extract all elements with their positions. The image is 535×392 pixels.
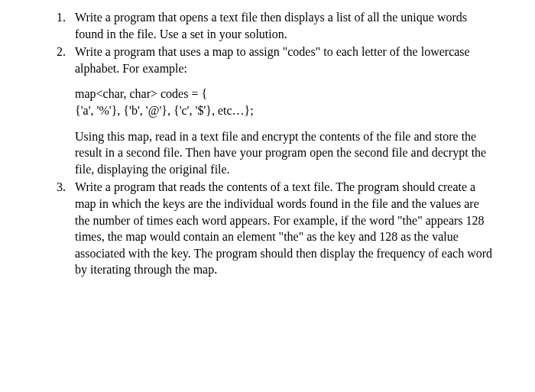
numbered-list: Write a program that opens a text file t… bbox=[69, 9, 497, 278]
list-item-2: Write a program that uses a map to assig… bbox=[69, 44, 497, 177]
list-item-1: Write a program that opens a text file t… bbox=[69, 9, 497, 42]
code-line-2: {'a', '%'}, {'b', '@'}, {'c', '$'}, etc…… bbox=[75, 102, 497, 119]
item-2-intro: Write a program that uses a map to assig… bbox=[75, 45, 470, 75]
item-3-text: Write a program that reads the contents … bbox=[75, 180, 492, 276]
item-1-text: Write a program that opens a text file t… bbox=[75, 11, 467, 40]
item-2-after: Using this map, read in a text file and … bbox=[75, 128, 497, 178]
list-item-3: Write a program that reads the contents … bbox=[69, 179, 497, 278]
code-line-1: map<char, char> codes = { bbox=[75, 86, 497, 102]
code-block: map<char, char> codes = { {'a', '%'}, {'… bbox=[75, 86, 497, 118]
document-page: Write a program that opens a text file t… bbox=[0, 0, 535, 289]
